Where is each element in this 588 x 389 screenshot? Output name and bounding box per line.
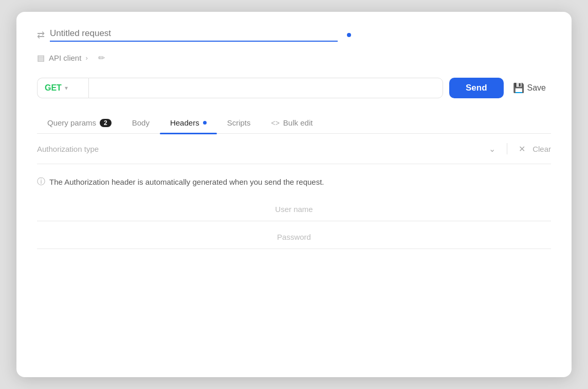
request-row: GET ▾ Send 💾 Save: [37, 77, 551, 99]
method-label: GET: [45, 83, 62, 93]
api-client-chevron-icon: ›: [85, 54, 87, 62]
auth-type-chevron-icon[interactable]: ⌄: [489, 144, 495, 154]
url-input[interactable]: [96, 83, 435, 92]
tabs-row: Query params 2 Body Headers Scripts <> B…: [37, 113, 551, 134]
code-icon: <>: [271, 119, 279, 127]
auth-section: Authorization type ⌄ ✕ Clear ⓘ The Autho…: [37, 134, 551, 249]
tab-body[interactable]: Body: [122, 113, 160, 133]
query-params-badge: 2: [100, 119, 112, 127]
auth-clear-x-icon[interactable]: ✕: [519, 144, 525, 154]
title-underline: [50, 41, 338, 42]
save-icon: 💾: [513, 82, 524, 94]
api-client-row: ▤ API client › ✏: [37, 53, 551, 63]
method-chevron-icon: ▾: [65, 84, 68, 92]
password-label: Password: [37, 233, 551, 241]
auth-type-label: Authorization type: [37, 145, 484, 153]
headers-modified-dot: [203, 121, 207, 125]
username-label: User name: [37, 205, 551, 214]
request-title-input[interactable]: [50, 28, 338, 42]
edit-icon[interactable]: ✏: [98, 53, 105, 63]
save-label: Save: [527, 83, 546, 93]
title-row: ⇄: [37, 28, 551, 42]
title-modified-dot: [347, 33, 351, 37]
tab-headers[interactable]: Headers: [160, 113, 217, 133]
headers-label: Headers: [170, 118, 199, 127]
query-params-label: Query params: [47, 118, 96, 127]
auth-type-row: Authorization type ⌄ ✕ Clear: [37, 134, 551, 164]
info-icon: ⓘ: [37, 176, 45, 187]
api-client-icon: ▤: [37, 53, 45, 63]
username-field: User name: [37, 196, 551, 221]
main-window: ⇄ ▤ API client › ✏ GET ▾ Send 💾 Save Que…: [16, 12, 572, 377]
method-selector[interactable]: GET ▾: [37, 78, 88, 98]
url-input-wrapper: [88, 78, 443, 98]
info-row: ⓘ The Authorization header is automatica…: [37, 164, 551, 196]
tab-bulk-edit[interactable]: <> Bulk edit: [261, 113, 323, 133]
tab-scripts[interactable]: Scripts: [217, 113, 261, 133]
info-text: The Authorization header is automaticall…: [49, 178, 324, 186]
send-button[interactable]: Send: [449, 78, 504, 98]
auth-clear-button[interactable]: Clear: [532, 145, 551, 153]
bulk-edit-label: Bulk edit: [283, 118, 313, 127]
transfer-icon: ⇄: [37, 29, 45, 41]
auth-divider: [507, 143, 508, 154]
scripts-label: Scripts: [227, 118, 251, 127]
password-field: Password: [37, 223, 551, 249]
title-input-wrapper: [50, 28, 338, 42]
body-label: Body: [132, 118, 150, 127]
tab-query-params[interactable]: Query params 2: [37, 113, 122, 133]
api-client-label[interactable]: API client: [49, 54, 81, 62]
save-button[interactable]: 💾 Save: [508, 77, 551, 99]
